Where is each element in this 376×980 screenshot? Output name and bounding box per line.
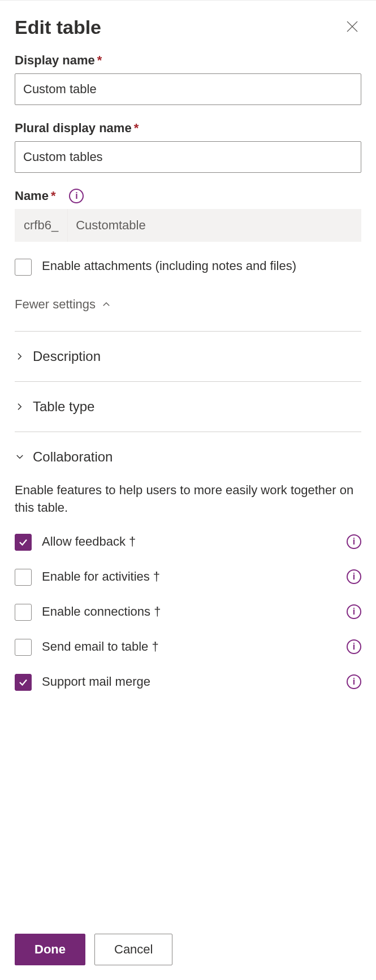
panel-header: Edit table	[0, 1, 376, 53]
done-button[interactable]: Done	[15, 934, 85, 965]
chevron-right-icon	[15, 351, 25, 361]
display-name-input[interactable]	[15, 73, 361, 105]
info-icon[interactable]: i	[69, 189, 84, 203]
display-name-label: Display name*	[15, 53, 361, 68]
collaboration-description: Enable features to help users to more ea…	[15, 482, 361, 517]
plural-display-name-field: Plural display name*	[15, 121, 361, 173]
collaboration-item-label: Enable for activities †	[42, 568, 336, 585]
collaboration-item: Send email to table †i	[15, 638, 361, 656]
description-section-header[interactable]: Description	[15, 332, 361, 381]
collaboration-item: Support mail mergei	[15, 673, 361, 691]
collaboration-checkbox[interactable]	[15, 604, 32, 621]
name-field: Name* i crfb6_	[15, 189, 361, 242]
collaboration-item: Enable connections †i	[15, 603, 361, 621]
close-button[interactable]	[343, 18, 361, 37]
fewer-settings-toggle[interactable]: Fewer settings	[15, 297, 111, 312]
collaboration-checkbox[interactable]	[15, 639, 32, 656]
info-icon[interactable]: i	[347, 604, 361, 619]
required-indicator: *	[97, 53, 102, 67]
info-icon[interactable]: i	[347, 534, 361, 549]
info-icon[interactable]: i	[347, 639, 361, 654]
name-label: Name*	[15, 189, 55, 203]
panel-title: Edit table	[15, 16, 101, 38]
collaboration-item: Allow feedback †i	[15, 533, 361, 551]
collaboration-item-label: Support mail merge	[42, 673, 336, 690]
description-section: Description	[15, 331, 361, 381]
display-name-field: Display name*	[15, 53, 361, 105]
collaboration-checkbox[interactable]	[15, 674, 32, 691]
name-input	[68, 209, 361, 242]
info-icon[interactable]: i	[347, 569, 361, 584]
chevron-right-icon	[15, 402, 25, 412]
collaboration-item: Enable for activities †i	[15, 568, 361, 586]
panel-footer: Done Cancel	[0, 918, 376, 980]
collaboration-item-label: Allow feedback †	[42, 533, 336, 550]
chevron-up-icon	[101, 299, 111, 310]
required-indicator: *	[134, 121, 139, 135]
edit-table-panel: Edit table Display name* Plural display …	[0, 0, 376, 980]
info-icon[interactable]: i	[347, 674, 361, 689]
required-indicator: *	[51, 189, 56, 203]
table-type-section: Table type	[15, 381, 361, 432]
close-icon	[345, 20, 359, 35]
cancel-button[interactable]: Cancel	[94, 934, 172, 965]
enable-attachments-row: Enable attachments (including notes and …	[15, 258, 361, 276]
collaboration-section: Collaboration Enable features to help us…	[15, 432, 361, 713]
collaboration-checkbox[interactable]	[15, 534, 32, 551]
chevron-down-icon	[15, 452, 25, 462]
collaboration-item-label: Enable connections †	[42, 603, 336, 620]
name-prefix: crfb6_	[15, 209, 68, 242]
plural-display-name-input[interactable]	[15, 141, 361, 173]
enable-attachments-checkbox[interactable]	[15, 259, 32, 276]
panel-body[interactable]: Display name* Plural display name* Name*…	[0, 53, 376, 918]
collaboration-item-label: Send email to table †	[42, 638, 336, 655]
collaboration-section-header[interactable]: Collaboration	[15, 432, 361, 482]
table-type-section-header[interactable]: Table type	[15, 382, 361, 432]
enable-attachments-label: Enable attachments (including notes and …	[42, 258, 296, 275]
collaboration-checkbox[interactable]	[15, 569, 32, 586]
plural-display-name-label: Plural display name*	[15, 121, 361, 136]
